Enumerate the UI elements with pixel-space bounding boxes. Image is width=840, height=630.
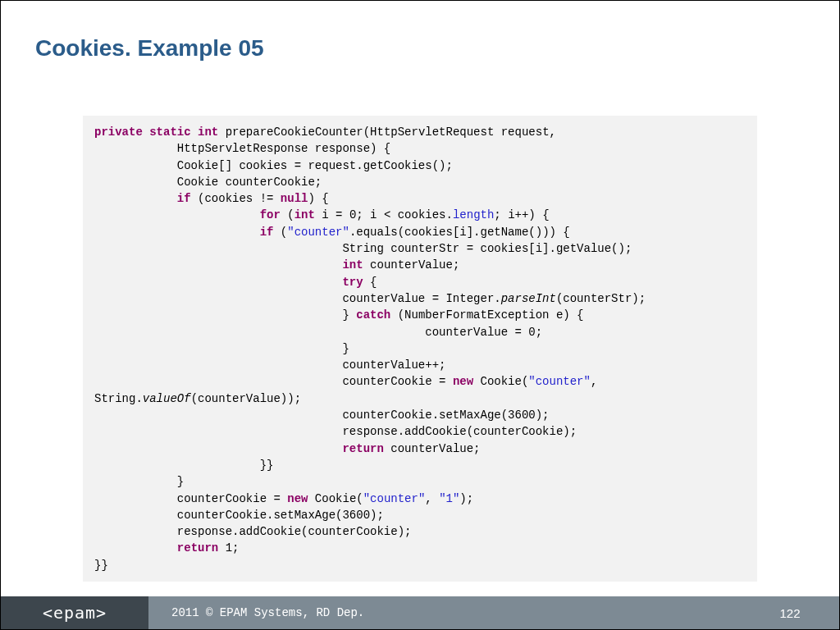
code-text: counterCookie.setMaxAge(3600); <box>94 409 550 422</box>
code-text: counterValue++; <box>94 358 445 372</box>
kw-new: new <box>287 492 308 505</box>
code-text: ) { <box>308 192 328 205</box>
kw-if: if <box>177 192 191 205</box>
code-text: (NumberFormatException e) { <box>390 308 583 322</box>
kw-new: new <box>453 375 473 388</box>
code-text: counterCookie.setMaxAge(3600); <box>94 509 384 522</box>
footer: <epam> 2011 © EPAM Systems, RD Dep. 122 <box>1 596 839 629</box>
kw-return: return <box>177 541 218 555</box>
code-text: Cookie( <box>473 375 528 388</box>
str-counter: "counter" <box>287 226 349 239</box>
code-text: response.addCookie(counterCookie); <box>94 525 411 538</box>
kw-try: try <box>342 276 363 289</box>
str-counter: "counter" <box>528 375 591 388</box>
code-text: counterValue = 0; <box>94 326 542 339</box>
code-text: }} <box>94 459 273 472</box>
method-parseint: parseInt <box>501 292 556 305</box>
code-text: String counterStr = cookies[i].getValue(… <box>94 242 632 255</box>
code-text: counterValue; <box>363 258 460 272</box>
code-text: counterCookie = <box>94 492 287 505</box>
code-text: 1; <box>218 541 239 555</box>
code-text: .equals(cookies[i].getName())) { <box>349 226 570 239</box>
code-text <box>94 208 260 221</box>
kw-if: if <box>260 226 274 239</box>
str-counter: "counter" <box>363 492 426 505</box>
kw-null: null <box>281 192 308 205</box>
code-text: response.addCookie(counterCookie); <box>94 425 577 438</box>
code-text: counterValue = Integer. <box>94 292 501 305</box>
code-text: counterValue; <box>384 442 481 455</box>
kw-return: return <box>342 442 383 455</box>
code-text: prepareCookieCounter(HttpServletRequest … <box>218 126 556 139</box>
code-text: ); <box>459 492 473 505</box>
code-text: String. <box>94 392 143 405</box>
code-text: (cookies != <box>191 192 281 205</box>
method-valueof: valueOf <box>143 392 191 405</box>
copyright-text: 2011 © EPAM Systems, RD Dep. <box>148 596 741 629</box>
code-text <box>94 192 177 205</box>
code-text: } <box>94 475 184 488</box>
code-text <box>94 541 177 555</box>
code-text: Cookie[] cookies = request.getCookies(); <box>94 159 453 172</box>
code-text: { <box>363 276 377 289</box>
code-block: private static int prepareCookieCounter(… <box>83 116 757 582</box>
code-text: Cookie counterCookie; <box>94 176 322 189</box>
kw-int: int <box>294 208 315 221</box>
kw-static: static <box>149 126 190 139</box>
kw-for: for <box>260 208 281 221</box>
code-text: }} <box>94 559 108 572</box>
code-text: , <box>425 492 439 505</box>
slide-title: Cookies. Example 05 <box>35 35 264 62</box>
kw-int: int <box>198 126 218 139</box>
code-text: Cookie( <box>308 492 363 505</box>
code-text: } <box>94 308 356 322</box>
code-text: HttpServletResponse response) { <box>94 142 390 155</box>
code-text: ( <box>273 226 287 239</box>
page-number: 122 <box>741 596 839 629</box>
code-text <box>94 258 342 272</box>
code-text <box>94 442 342 455</box>
code-text: counterCookie = <box>94 375 453 388</box>
code-text: i = 0; i < cookies. <box>315 208 453 221</box>
code-text: ( <box>281 208 294 221</box>
str-one: "1" <box>439 492 459 505</box>
code-text <box>94 226 260 239</box>
code-text: (counterStr); <box>556 292 646 305</box>
kw-catch: catch <box>356 308 390 322</box>
code-text: ; i++) { <box>494 208 549 221</box>
code-text: , <box>591 375 597 388</box>
brand-logo: <epam> <box>1 596 148 629</box>
field-length: length <box>453 208 494 221</box>
code-text <box>94 276 342 289</box>
code-text: } <box>94 342 349 355</box>
kw-int: int <box>342 258 363 272</box>
code-text: (counterValue)); <box>191 392 301 405</box>
kw-private: private <box>94 126 143 139</box>
slide: Cookies. Example 05 private static int p… <box>0 0 840 630</box>
